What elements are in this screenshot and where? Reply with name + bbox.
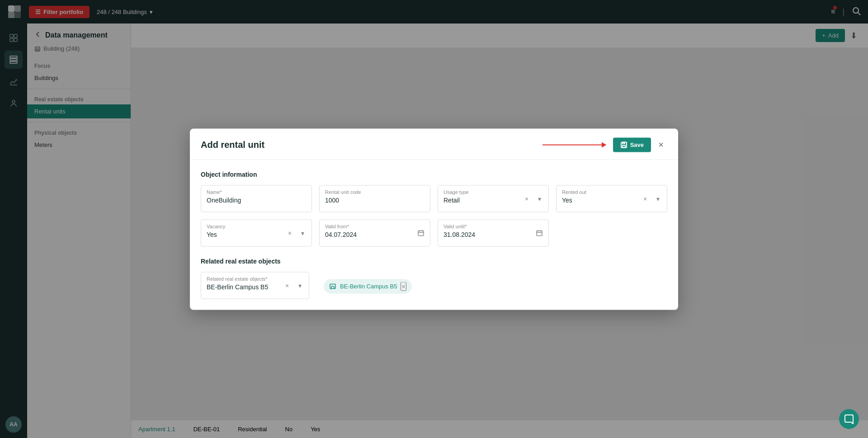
- vacancy-dropdown-button[interactable]: ▾: [297, 227, 308, 238]
- chat-bubble[interactable]: [839, 409, 859, 429]
- related-field-value: BE-Berlin Campus B5: [207, 283, 283, 290]
- usage-type-dropdown-button[interactable]: ▾: [534, 193, 545, 204]
- object-info-title: Object information: [201, 170, 667, 178]
- svg-rect-16: [623, 145, 625, 147]
- name-value: OneBuilding: [207, 196, 306, 203]
- rented-out-field: Rented out Yes × ▾: [556, 185, 667, 212]
- chat-icon: [844, 414, 854, 424]
- related-field-label: Related real estate objects*: [207, 276, 283, 281]
- rented-out-actions: × ▾: [640, 193, 663, 204]
- usage-type-clear-button[interactable]: ×: [521, 193, 532, 204]
- related-tag: BE-Berlin Campus B5 ×: [324, 279, 412, 293]
- save-button[interactable]: Save: [613, 137, 651, 152]
- rented-out-dropdown-button[interactable]: ▾: [652, 193, 663, 204]
- svg-rect-17: [623, 142, 625, 143]
- building-tag-icon: [329, 283, 336, 290]
- valid-from-label: Valid from*: [325, 223, 412, 229]
- vacancy-container[interactable]: Vacancy Yes × ▾: [201, 219, 312, 246]
- rental-unit-code-value: 1000: [325, 196, 425, 203]
- vacancy-clear-button[interactable]: ×: [284, 227, 295, 238]
- form-row-2: Vacancy Yes × ▾ Valid from* 04.07.2024: [201, 219, 667, 246]
- related-select-field: Related real estate objects* BE-Berlin C…: [201, 272, 309, 299]
- name-field-container[interactable]: Name* OneBuilding: [201, 185, 312, 212]
- save-icon: [620, 141, 627, 148]
- vacancy-field: Vacancy Yes × ▾: [201, 219, 312, 246]
- rented-out-value: Yes: [562, 196, 642, 203]
- arrow-line: [542, 144, 606, 145]
- rental-unit-code-label: Rental unit code: [325, 189, 425, 194]
- valid-from-field: Valid from* 04.07.2024: [319, 219, 430, 246]
- related-field-row: Related real estate objects* BE-Berlin C…: [201, 272, 667, 299]
- close-button[interactable]: ×: [655, 138, 667, 151]
- rental-unit-code-field: Rental unit code 1000: [319, 185, 430, 212]
- related-tag-close-button[interactable]: ×: [401, 282, 406, 291]
- form-row-1: Name* OneBuilding Rental unit code 1000 …: [201, 185, 667, 212]
- valid-until-container[interactable]: Valid until* 31.08.2024: [438, 219, 549, 246]
- vacancy-label: Vacancy: [207, 223, 286, 229]
- valid-until-calendar-button[interactable]: [534, 227, 545, 238]
- name-label: Name*: [207, 189, 306, 194]
- add-rental-unit-modal: Add rental unit Save × Object informatio…: [190, 128, 678, 310]
- modal-header: Add rental unit Save ×: [190, 128, 678, 160]
- close-icon: ×: [658, 140, 664, 150]
- rented-out-container[interactable]: Rented out Yes × ▾: [556, 185, 667, 212]
- calendar-icon: [536, 229, 543, 236]
- related-dropdown-button[interactable]: ▾: [294, 280, 305, 291]
- modal-header-actions: Save ×: [542, 137, 667, 152]
- modal-body: Object information Name* OneBuilding Ren…: [190, 160, 678, 310]
- save-label: Save: [630, 141, 644, 148]
- related-tags-container: BE-Berlin Campus B5 ×: [316, 272, 412, 293]
- related-section-title: Related real estate objects: [201, 257, 667, 264]
- valid-until-label: Valid until*: [443, 223, 530, 229]
- vacancy-actions: × ▾: [284, 227, 308, 238]
- calendar-icon: [417, 229, 425, 236]
- svg-rect-22: [537, 231, 542, 235]
- valid-from-container[interactable]: Valid from* 04.07.2024: [319, 219, 430, 246]
- valid-from-calendar-button[interactable]: [415, 227, 426, 238]
- usage-type-value: Retail: [443, 196, 523, 203]
- usage-type-label: Usage type: [443, 189, 523, 194]
- usage-type-container[interactable]: Usage type Retail × ▾: [438, 185, 549, 212]
- modal-title: Add rental unit: [201, 140, 264, 150]
- vacancy-value: Yes: [207, 231, 286, 238]
- valid-until-value: 31.08.2024: [443, 231, 530, 238]
- usage-type-actions: × ▾: [521, 193, 545, 204]
- valid-until-field: Valid until* 31.08.2024: [438, 219, 549, 246]
- related-section: Related real estate objects Related real…: [201, 257, 667, 299]
- rented-out-clear-button[interactable]: ×: [640, 193, 651, 204]
- usage-type-field: Usage type Retail × ▾: [438, 185, 549, 212]
- related-tag-label: BE-Berlin Campus B5: [340, 283, 397, 290]
- related-select-container[interactable]: Related real estate objects* BE-Berlin C…: [201, 272, 309, 299]
- svg-rect-18: [418, 231, 424, 235]
- related-clear-button[interactable]: ×: [282, 280, 292, 291]
- name-field: Name* OneBuilding: [201, 185, 312, 212]
- valid-until-actions: [534, 227, 545, 238]
- valid-from-value: 04.07.2024: [325, 231, 412, 238]
- arrow-indicator: [542, 144, 606, 145]
- valid-from-actions: [415, 227, 426, 238]
- rented-out-label: Rented out: [562, 189, 642, 194]
- rental-unit-code-container[interactable]: Rental unit code 1000: [319, 185, 430, 212]
- related-field-actions: × ▾: [282, 280, 305, 291]
